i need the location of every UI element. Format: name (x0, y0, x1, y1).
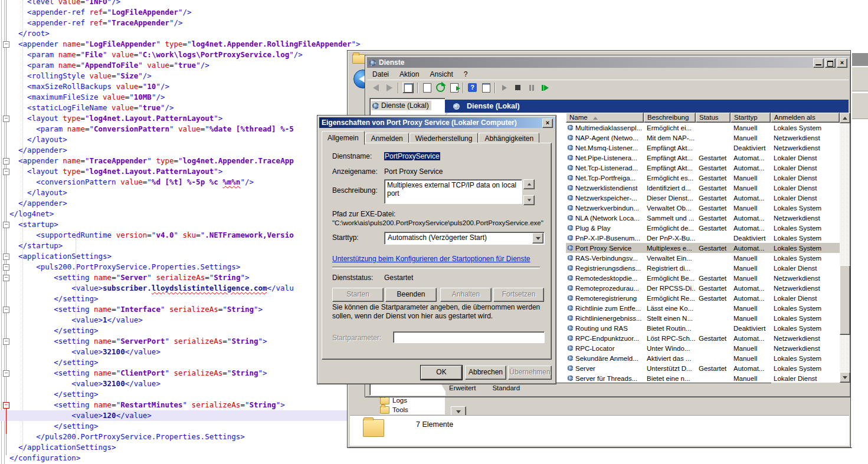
table-row[interactable]: ServerUnterstützt D...GestartetAutomat..… (566, 363, 840, 373)
code-line[interactable]: </log4net> (9, 209, 54, 219)
code-line[interactable]: </appender> (9, 145, 67, 156)
code-line[interactable]: <appender name="TraceAppender" type="log… (9, 156, 294, 166)
table-row[interactable]: Richtlinienergebniss...Stellt einen N...… (566, 313, 840, 323)
table-row[interactable]: RPC-LocatorUnter Windo...ManuellNetzwerk… (566, 343, 840, 353)
code-line[interactable]: </layout> (9, 187, 67, 198)
code-line[interactable]: <maximumFileSize value="10MB"/> (9, 92, 165, 103)
table-row[interactable]: NAP-Agent (Netwo...Mit dem NAP-...Manuel… (566, 133, 840, 143)
start-service-icon[interactable] (499, 83, 509, 93)
code-line[interactable]: <layout type="log4net.Layout.PatternLayo… (9, 166, 222, 177)
code-line[interactable]: <appender-ref ref="TraceAppender"/> (9, 18, 183, 28)
startparameter-input[interactable] (393, 331, 545, 343)
table-row[interactable]: Net.Tcp-Portfreiga...Ermöglicht es...Ges… (566, 173, 840, 183)
menu-datei[interactable]: Datei (367, 69, 394, 80)
beenden-button[interactable]: Beenden (385, 288, 437, 302)
fold-toggle-active[interactable]: – (3, 402, 9, 409)
code-line[interactable]: <value>120</value> (9, 410, 152, 421)
code-line[interactable]: </layout> (9, 134, 67, 145)
code-line[interactable]: <value>1</value> (9, 315, 143, 325)
code-line[interactable]: </setting> (9, 421, 99, 432)
menu-aktion[interactable]: Aktion (394, 69, 424, 80)
code-line[interactable]: </applicationSettings> (9, 442, 116, 453)
table-scrollbar[interactable] (840, 113, 849, 383)
stop-service-icon[interactable] (513, 83, 523, 93)
table-row[interactable]: Richtlinie zum Entfe...Lässt eine Ko...M… (566, 303, 840, 313)
scroll-up-button[interactable] (840, 113, 850, 123)
code-line[interactable]: </setting> (9, 389, 99, 400)
code-line[interactable]: <level value="INFO"/> (9, 0, 120, 7)
column-header-anmelden-als[interactable]: Anmelden als (771, 113, 840, 123)
fold-toggle[interactable]: – (3, 254, 9, 260)
table-row[interactable]: RemoteregistrierungErmöglicht Re...Gesta… (566, 293, 840, 303)
table-row[interactable]: Net.Msmq-Listener...Empfängt Akt...Deakt… (566, 143, 840, 153)
table-row[interactable]: NLA (Network Loca...Sammelt und ...Gesta… (566, 213, 840, 223)
code-line[interactable]: </startup> (9, 241, 63, 251)
uebernehmen-button[interactable]: Übernehmen (508, 366, 552, 380)
scroll-down-button[interactable] (523, 195, 535, 205)
code-line[interactable]: </puls200.PortProxyService.Properties.Se… (9, 432, 245, 442)
menu-ansicht[interactable]: Ansicht (424, 69, 458, 80)
restart-service-icon[interactable] (540, 83, 550, 93)
table-row[interactable]: Routing und RASBietet Routin...Deaktivie… (566, 323, 840, 333)
code-line[interactable]: <staticLogFileName value="true"/> (9, 103, 174, 113)
code-line[interactable]: </root> (9, 28, 50, 39)
pause-service-icon[interactable] (526, 83, 536, 93)
table-row[interactable]: Sekundäre Anmeld...Aktiviert das ...Manu… (566, 353, 840, 363)
fold-toggle[interactable]: – (3, 370, 9, 377)
code-line[interactable]: <appender-ref ref="LogFileAppender"/> (9, 7, 192, 18)
code-line[interactable]: <maxSizeRollBackups value="10"/> (9, 81, 169, 92)
code-line[interactable]: </setting> (9, 325, 99, 336)
code-line[interactable]: <param name="File" value="C:\work\logs\P… (9, 50, 303, 60)
table-row[interactable]: RPC-Endpunktzuor...Löst RPC-Sch...Gestar… (566, 333, 840, 343)
refresh-icon[interactable] (435, 83, 446, 93)
table-row[interactable]: Remotedesktopdie...Ermöglicht Be...Gesta… (566, 273, 840, 283)
table-row[interactable]: PnP-X-IP-Busenum...Der PnP-X-Bu...Deakti… (566, 233, 840, 243)
fold-toggle[interactable]: – (3, 41, 9, 48)
fold-toggle[interactable]: – (3, 116, 9, 122)
column-header-status[interactable]: Status (696, 113, 731, 123)
ok-button[interactable]: OK (421, 366, 462, 380)
fold-toggle[interactable]: – (3, 222, 9, 228)
show-console-tree-icon[interactable] (402, 83, 414, 93)
properties-icon[interactable] (422, 83, 432, 93)
code-line[interactable]: </setting> (9, 357, 99, 368)
fold-toggle[interactable]: – (3, 275, 9, 281)
table-row-selected[interactable]: Port Proxy ServiceMultiplexes e...Gestar… (566, 243, 840, 253)
scroll-down-button[interactable] (840, 372, 850, 383)
forward-icon[interactable] (384, 83, 394, 93)
code-line[interactable]: <param name="ConversionPattern" value="%… (9, 124, 294, 134)
combo-dropdown-button[interactable] (532, 233, 543, 243)
back-icon[interactable] (371, 83, 381, 93)
table-row[interactable]: Server für Threads...Bietet eine n...Man… (566, 373, 840, 383)
table-row[interactable]: Netzwerkspeicher-...Dieser Dienst...Gest… (566, 193, 840, 203)
abbrechen-button[interactable]: Abbrechen (465, 366, 506, 380)
code-line[interactable]: <rollingStyle value="Size"/> (9, 71, 152, 81)
minimize-button[interactable] (813, 58, 824, 68)
column-header-name[interactable]: Name (566, 113, 644, 123)
code-line[interactable]: <setting name="Interface" serializeAs="S… (9, 304, 263, 315)
fold-toggle[interactable]: – (3, 158, 9, 164)
code-line[interactable]: <setting name="ServerPort" serializeAs="… (9, 336, 267, 347)
close-button[interactable]: × (542, 119, 553, 128)
column-header-starttyp[interactable]: Starttyp (731, 113, 771, 123)
anhalten-button[interactable]: Anhalten (440, 288, 492, 302)
code-line[interactable]: <value>32100</value> (9, 379, 161, 389)
fortsetzen-button[interactable]: Fortsetzen (493, 288, 544, 302)
column-header-beschreibung[interactable]: Beschreibung (644, 113, 696, 123)
code-line[interactable]: <puls200.PortProxyService.Properties.Set… (9, 262, 240, 272)
tree-item-dienste-lokal[interactable]: Dienste (Lokal) (371, 101, 431, 110)
scroll-up-button[interactable] (523, 179, 535, 189)
close-button[interactable]: × (837, 58, 847, 68)
help-icon[interactable]: ? (467, 83, 477, 93)
table-row[interactable]: Net.Tcp-Listenerad...Empfängt Akt...Gest… (566, 163, 840, 173)
code-line[interactable]: </configuration> (9, 453, 80, 463)
window-view-icon[interactable] (481, 83, 491, 93)
table-row[interactable]: Net.Pipe-Listenera...Empfängt Akt...Gest… (566, 153, 840, 163)
code-line[interactable]: <appender name="LogFileAppender" type="l… (9, 39, 361, 50)
table-row[interactable]: Registrierungsdiens...Registriert di...M… (566, 263, 840, 273)
code-line[interactable]: <param name="AppendToFile" value="true"/… (9, 60, 209, 71)
table-row[interactable]: Multimediaklassenpl...Ermöglicht ei...Ma… (566, 123, 840, 133)
code-line[interactable]: <setting name="Server" serializeAs="Stri… (9, 272, 249, 283)
tab-standard[interactable]: Standard (484, 383, 528, 393)
code-line[interactable]: <setting name="RestartMinutes" serialize… (9, 400, 285, 410)
